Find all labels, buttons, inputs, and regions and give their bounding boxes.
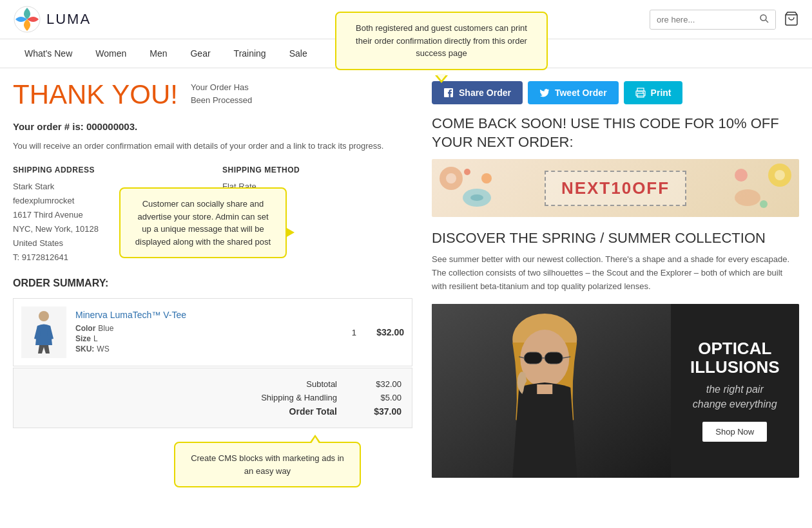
shop-now-button[interactable]: Shop Now bbox=[702, 422, 767, 442]
promo-decoration-right bbox=[728, 162, 793, 214]
twitter-icon bbox=[539, 88, 550, 98]
optical-banner: OPTICAL ILLUSIONS the right pair change … bbox=[432, 304, 799, 478]
order-processed-text: Your Order Has Been Processed bbox=[191, 81, 252, 106]
order-email-text: You will receive an order confirmation e… bbox=[13, 140, 412, 153]
svg-point-10 bbox=[446, 173, 456, 184]
svg-point-16 bbox=[775, 170, 785, 180]
item-name[interactable]: Minerva LumaTech™ V-Tee bbox=[75, 310, 343, 320]
nav-item-women[interactable]: Women bbox=[84, 39, 138, 68]
svg-line-2 bbox=[766, 20, 768, 23]
thank-you-heading: THANK YOU! bbox=[13, 81, 178, 108]
collection-description: See summer better with our newest collec… bbox=[432, 253, 799, 293]
order-totals: Subtotal $32.00 Shipping & Handling $5.0… bbox=[13, 368, 412, 428]
tooltip-cms: Create CMS blocks with marketing ads in … bbox=[174, 442, 361, 487]
print-icon bbox=[635, 88, 646, 98]
search-button[interactable] bbox=[753, 10, 775, 29]
item-quantity: 1 bbox=[352, 328, 356, 337]
cart-icon[interactable] bbox=[784, 11, 799, 28]
nav-item-training[interactable]: Training bbox=[222, 39, 278, 68]
tooltip-print: Both registered and guest customers can … bbox=[335, 12, 548, 70]
product-thumbnail bbox=[28, 310, 60, 355]
item-price: $32.00 bbox=[365, 327, 404, 337]
promo-decoration-left bbox=[438, 162, 503, 214]
shipping-row: Shipping & Handling $5.00 bbox=[24, 391, 401, 404]
logo[interactable]: LUMA bbox=[13, 5, 91, 33]
svg-point-17 bbox=[735, 189, 760, 206]
search-input[interactable] bbox=[650, 11, 753, 28]
collection-title: DISCOVER THE SPRING / SUMMER COLLECTION bbox=[432, 230, 799, 247]
item-details: Minerva LumaTech™ V-Tee Color Blue Size … bbox=[75, 310, 343, 355]
svg-rect-25 bbox=[545, 352, 563, 364]
item-sku: SKU: WS bbox=[75, 344, 343, 354]
order-summary-section: ORDER SUMMARY: Minerva LumaTech™ V-Tee bbox=[13, 278, 412, 428]
logo-text: LUMA bbox=[46, 11, 91, 28]
tooltip-social: Customer can socially share and advertis… bbox=[119, 187, 287, 258]
item-image bbox=[21, 306, 66, 358]
thank-you-section: THANK YOU! Your Order Has Been Processed bbox=[13, 81, 412, 108]
svg-rect-7 bbox=[637, 93, 644, 97]
svg-point-19 bbox=[760, 200, 768, 208]
subtotal-row: Subtotal $32.00 bbox=[24, 377, 401, 391]
optical-text-panel: OPTICAL ILLUSIONS the right pair change … bbox=[671, 304, 800, 478]
order-item: Minerva LumaTech™ V-Tee Color Blue Size … bbox=[13, 298, 412, 366]
optical-photo bbox=[432, 304, 671, 478]
nav-item-sale[interactable]: Sale bbox=[278, 39, 319, 68]
svg-point-18 bbox=[735, 169, 748, 182]
social-buttons: Share Order Tweet Order Print bbox=[432, 81, 799, 104]
twitter-share-button[interactable]: Tweet Order bbox=[528, 81, 619, 104]
search-box bbox=[650, 10, 776, 30]
svg-rect-29 bbox=[537, 384, 552, 394]
order-number: Your order # is: 000000003. bbox=[13, 121, 412, 132]
logo-icon bbox=[13, 5, 41, 33]
svg-point-13 bbox=[481, 173, 492, 184]
right-column: Share Order Tweet Order Print COME BACK … bbox=[432, 81, 799, 478]
nav-item-whats-new[interactable]: What's New bbox=[13, 39, 84, 68]
item-size: Size L bbox=[75, 334, 343, 343]
optical-heading: OPTICAL ILLUSIONS bbox=[690, 339, 780, 376]
promo-banner: NEXT10OFF bbox=[432, 159, 799, 217]
facebook-share-button[interactable]: Share Order bbox=[432, 81, 523, 104]
nav-item-gear[interactable]: Gear bbox=[179, 39, 222, 68]
facebook-icon bbox=[443, 88, 454, 98]
svg-point-4 bbox=[39, 311, 49, 321]
promo-code[interactable]: NEXT10OFF bbox=[545, 171, 686, 206]
item-color: Color Blue bbox=[75, 324, 343, 333]
promo-title: COME BACK SOON! USE THIS CODE FOR 10% OF… bbox=[432, 115, 799, 151]
svg-point-8 bbox=[643, 92, 644, 93]
svg-point-12 bbox=[470, 194, 483, 201]
search-icon bbox=[760, 14, 769, 23]
print-button[interactable]: Print bbox=[624, 81, 683, 104]
main-content: THANK YOU! Your Order Has Been Processed… bbox=[0, 68, 812, 491]
nav-item-men[interactable]: Men bbox=[138, 39, 179, 68]
svg-point-1 bbox=[760, 15, 766, 21]
left-column: THANK YOU! Your Order Has Been Processed… bbox=[13, 81, 412, 478]
grand-total-row: Order Total $37.00 bbox=[24, 404, 401, 419]
optical-subtext: the right pair change everything bbox=[693, 382, 777, 411]
svg-point-14 bbox=[464, 169, 470, 175]
svg-rect-24 bbox=[524, 352, 542, 364]
